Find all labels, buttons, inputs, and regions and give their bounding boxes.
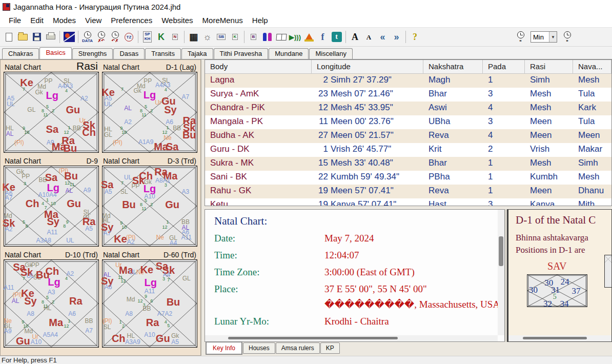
menu-moremenus[interactable]: MoreMenus [198, 14, 248, 26]
table-row[interactable]: Chandra - PiK12Mesh 45' 33.95"Aswi4MeshK… [205, 102, 611, 115]
column-header-pada[interactable]: Pada [483, 60, 525, 74]
column-header-rasi[interactable]: Rasi [525, 60, 573, 74]
vertical-splitter[interactable] [201, 59, 205, 356]
chart-label: 3 [162, 277, 165, 281]
menu-modes[interactable]: Modes [48, 14, 80, 26]
chart-grid[interactable]: KeMdGkPPSLA4A374LgA5ULA2GL58211GuUrHLAL9… [4, 72, 99, 153]
twitter-icon[interactable]: t [330, 29, 343, 45]
horizontal-scrollbar[interactable] [508, 335, 611, 341]
column-header-nava[interactable]: Nava... [573, 60, 611, 74]
tab-transits[interactable]: Transits [145, 48, 181, 59]
value-cell: Tula [573, 115, 611, 129]
notes-icon[interactable]: N [168, 29, 182, 45]
day-night-style-icon[interactable] [62, 29, 76, 45]
column-header-body[interactable]: Body [205, 60, 312, 74]
font-increase-icon-glyph: A [352, 32, 358, 42]
panchanga-book-icon[interactable] [274, 29, 288, 45]
tab-chakras[interactable]: Chakras [2, 48, 39, 59]
menu-file[interactable]: File [4, 14, 26, 26]
body-cell: Sukra - MK [205, 157, 312, 171]
sav-chart-partial [604, 255, 611, 288]
bottom-tab-amsa-rulers[interactable]: Amsa rulers [276, 342, 320, 354]
body-cell: Surya - AmK [205, 88, 312, 102]
table-row[interactable]: Surya - AmK23Mesh 07' 21.46"Bhar3MeshTul… [205, 88, 611, 102]
vertical-scrollbar[interactable] [498, 210, 504, 335]
menu-websites[interactable]: Websites [157, 14, 197, 26]
chart-label: 3 [165, 183, 167, 188]
tab-basics[interactable]: Basics [39, 47, 71, 59]
homam-fire-icon[interactable] [302, 29, 316, 45]
scrollbar-thumb[interactable] [499, 236, 503, 266]
chart-label: Bu [122, 199, 136, 210]
menu-preferences[interactable]: Preferences [106, 14, 157, 26]
tab-tajaka[interactable]: Tajaka [181, 48, 213, 59]
facebook-icon[interactable]: f [316, 29, 330, 45]
horizontal-scrollbar[interactable] [205, 335, 498, 341]
chart-grid[interactable]: SaGkPPSkULSLBuChA274LgA11(Pl)ALKeSyA3582… [4, 259, 99, 348]
kota-chakra-icon[interactable]: K [228, 29, 242, 45]
chart-title-right: D-3 (Trd) [168, 157, 196, 165]
step-back-icon[interactable]: « [376, 29, 390, 45]
undo-time-icon[interactable]: ✗↶ [94, 29, 108, 45]
chakra-grid-icon[interactable]: ▦ [187, 29, 200, 45]
tab-mundane[interactable]: Mundane [269, 48, 309, 59]
scrollbar-thumb[interactable] [228, 337, 398, 339]
table-row[interactable]: Lagna2Simh 27' 37.29"Magh1SimhMesh [205, 74, 611, 88]
bhava-grid-icon[interactable]: B [247, 29, 260, 45]
bottom-tab-houses[interactable]: Houses [243, 342, 275, 354]
chart-label: A6 [68, 311, 76, 317]
help-icon[interactable]: ? [408, 29, 422, 45]
chart-label: Ke [140, 265, 154, 275]
chart-grid[interactable]: ULChRaMaSkGkA8A1SaPP73A5SLLgA3A10BuGu582… [102, 166, 197, 247]
menu-edit[interactable]: Edit [26, 14, 48, 26]
spkh-settings-icon[interactable]: SP KH [140, 29, 154, 45]
compatibility-icon[interactable] [260, 29, 274, 45]
column-header-longitude[interactable]: Longitude [312, 60, 423, 74]
menu-help[interactable]: Help [248, 14, 273, 26]
time-step-unit-select[interactable]: Min ▼ [531, 31, 557, 43]
new-document-icon[interactable] [2, 29, 16, 45]
time-rewind-icon[interactable]: « [514, 29, 527, 45]
tab-tithi-pravesha[interactable]: Tithi Pravesha [214, 48, 269, 59]
column-header-nakshatra[interactable]: Nakshatra [423, 60, 483, 74]
revert-time-icon[interactable]: ↶✗ [108, 29, 122, 45]
chevron-down-icon[interactable]: ▼ [549, 32, 557, 42]
value-cell: Aswi [423, 102, 483, 115]
table-row[interactable]: Ketu19Kanya 57' 07.41"Hast3KanyaMith [205, 198, 611, 206]
table-row[interactable]: Guru - DK1Vrish 26' 45.77"Krit2VrishMaka… [205, 143, 611, 157]
table-row[interactable]: Rahu - GK19Meen 57' 07.41"Reva1MeenDhanu [205, 185, 611, 198]
table-row[interactable]: Sukra - MK15Mesh 33' 40.48"Bhar1MeshSimh [205, 157, 611, 171]
scrollbar-thumb[interactable] [523, 337, 587, 339]
table-row[interactable]: Mangala - PK11Meen 00' 23.76"UBha3MeenTu… [205, 115, 611, 129]
chart-grid[interactable]: UrMaULNeKeSaSkALSyA61112A437GLLgA11Md912… [102, 259, 197, 348]
menu-view[interactable]: View [80, 14, 106, 26]
tab-miscellany[interactable]: Miscellany [309, 48, 353, 59]
timezone-icon[interactable]: TZ [122, 29, 136, 45]
tab-strengths[interactable]: Strengths [72, 48, 113, 59]
key-icon[interactable]: K [154, 29, 168, 45]
save-icon[interactable] [30, 29, 44, 45]
time-forward-icon[interactable]: » [560, 29, 574, 45]
chart-grid[interactable]: GkPP(Pl)BBSaBu31211KeA6A7LgALA9A10A4ChGu… [4, 166, 99, 247]
step-forward-icon[interactable]: » [390, 29, 403, 45]
table-row[interactable]: Sani - BK22Kumbh 59' 49.34"PBha1KumbhMes… [205, 171, 611, 185]
body-cell: Rahu - GK [205, 185, 312, 198]
open-file-icon[interactable] [16, 29, 30, 45]
chart-header: Natal ChartD-9 [4, 156, 99, 165]
tab-dasas[interactable]: Dasas [113, 48, 145, 59]
sun-chart-icon[interactable]: ☼ [200, 29, 214, 45]
sav-chart[interactable]: 302430315373234 [527, 274, 587, 307]
chart-grid[interactable]: Ke7MdGkPPSLA4A34LgA5ULA7UrGuSyAL58211A2A… [102, 72, 197, 153]
font-increase-icon[interactable]: A [348, 29, 362, 45]
table-row[interactable]: Budha - AK27Meen 05' 21.57"Reva4MeenMeen [205, 129, 611, 143]
birth-data-icon[interactable]: DATA [80, 29, 94, 45]
muhurta-announce-icon[interactable]: ▶))) [288, 29, 302, 45]
sarvatobhadra-icon[interactable]: SB [214, 29, 228, 45]
value-cell: Mesh [573, 74, 611, 88]
font-decrease-icon[interactable]: A [362, 29, 376, 45]
print-icon[interactable] [44, 29, 57, 45]
chart-label: GL [104, 132, 112, 138]
bottom-tab-kp[interactable]: KP [320, 342, 340, 354]
bottom-tab-key-info[interactable]: Key Info [206, 341, 242, 355]
chart-title-left: Natal Chart [103, 63, 139, 71]
